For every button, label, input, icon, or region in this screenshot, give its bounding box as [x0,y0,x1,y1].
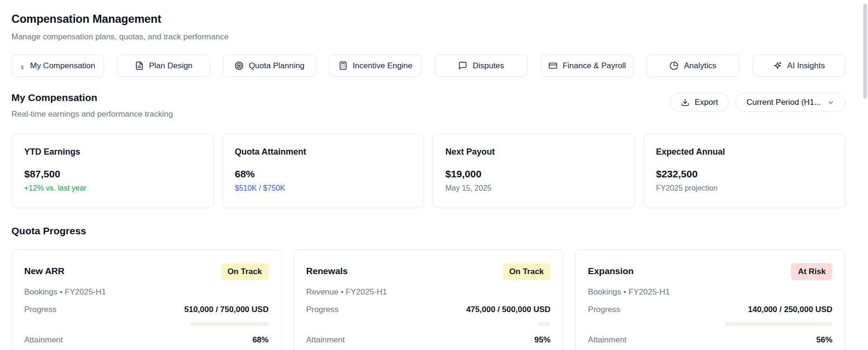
main-tabbar: My Compensation Plan Design Quota Planni… [11,55,845,77]
message-square-icon [458,61,467,70]
status-badge: On Track [503,263,551,280]
stat-value: $232,500 [656,168,833,180]
quota-meta: Revenue • FY2025-H1 [306,287,551,297]
progress-value: 510,000 / 750,000 USD [184,305,269,314]
stat-value: $87,500 [24,168,201,180]
stat-card-quota-attainment: Quota Attainment 68% $510K / $750K [222,134,425,208]
progress-value: 475,000 / 500,000 USD [466,305,551,314]
compensation-management-page: Compensation Management Manage compensat… [0,0,857,350]
export-label: Export [695,98,718,107]
stat-cards: YTD Earnings $87,500 +12% vs. last year … [11,134,845,208]
tab-label: My Compensation [30,61,95,71]
tab-ai-insights[interactable]: AI Insights [753,55,845,77]
progress-bar [306,322,551,326]
tab-label: Plan Design [149,61,193,71]
tab-analytics[interactable]: Analytics [647,55,739,77]
stat-subtext: FY2025 projection [656,184,833,193]
page-subtitle: Manage compensation plans, quotas, and t… [11,32,845,42]
file-text-icon [135,61,144,70]
stat-value: $19,000 [445,168,622,180]
tab-disputes[interactable]: Disputes [435,55,528,77]
tab-label: Quota Planning [249,61,304,71]
progress-label: Progress [588,305,620,314]
section-subtitle: Real-time earnings and performance track… [11,110,173,119]
progress-label: Progress [24,305,57,314]
stat-label: YTD Earnings [24,147,201,157]
section-header: My Compensation Real-time earnings and p… [11,92,845,119]
stat-label: Next Payout [445,147,622,157]
quota-card-new-arr: New ARR On Track Bookings • FY2025-H1 Pr… [11,249,282,350]
attainment-label: Attainment [24,335,63,345]
progress-label: Progress [306,305,339,314]
calculator-icon [339,61,348,70]
sparkles-icon [773,61,782,70]
progress-bar-remaining [725,322,832,326]
quota-progress-title: Quota Progress [11,225,845,237]
tab-label: AI Insights [787,61,825,71]
chevron-down-icon [827,99,834,106]
status-badge: On Track [221,263,269,280]
stat-card-ytd-earnings: YTD Earnings $87,500 +12% vs. last year [11,134,214,208]
tab-label: Analytics [684,61,716,71]
tab-label: Finance & Payroll [563,61,626,71]
section-title: My Compensation [11,92,173,103]
attainment-value: 95% [534,335,550,345]
attainment-label: Attainment [588,335,626,345]
quota-name: Expansion [588,263,633,276]
stat-label: Expected Annual [656,147,833,157]
vertical-scrollbar[interactable] [863,4,867,99]
tab-label: Incentive Engine [353,61,413,71]
progress-bar [588,322,832,326]
credit-card-icon [548,61,557,70]
stat-value: 68% [235,168,412,180]
export-button[interactable]: Export [670,93,729,112]
quota-name: New ARR [24,263,65,276]
pie-chart-icon [670,61,679,70]
section-actions: Export Current Period (H1... [670,93,845,112]
attainment-label: Attainment [306,335,345,345]
attainment-value: 68% [253,335,269,345]
tab-incentive-engine[interactable]: Incentive Engine [329,55,422,77]
tab-my-compensation[interactable]: My Compensation [11,55,104,77]
progress-bar-remaining [538,322,551,326]
stat-card-expected-annual: Expected Annual $232,500 FY2025 projecti… [643,134,846,208]
attainment-value: 56% [816,335,832,345]
stat-label: Quota Attainment [235,147,412,157]
stat-subtext: May 15, 2025 [445,184,622,193]
download-icon [681,98,689,107]
page-title: Compensation Management [11,12,845,26]
period-label: Current Period (H1... [746,98,821,107]
tab-finance-payroll[interactable]: Finance & Payroll [541,55,633,77]
quota-meta: Bookings • FY2025-H1 [24,287,269,297]
tab-quota-planning[interactable]: Quota Planning [223,55,316,77]
tab-label: Disputes [472,61,504,71]
quota-card-renewals: Renewals On Track Revenue • FY2025-H1 Pr… [293,249,564,350]
status-badge: At Risk [791,263,832,280]
quota-name: Renewals [306,263,348,276]
progress-value: 140,000 / 250,000 USD [748,305,832,314]
quota-cards: New ARR On Track Bookings • FY2025-H1 Pr… [11,249,845,350]
stat-subtext: $510K / $750K [235,184,412,193]
stat-subtext: +12% vs. last year [24,184,201,193]
progress-bar [24,322,269,326]
period-select[interactable]: Current Period (H1... [736,93,845,112]
quota-card-expansion: Expansion At Risk Bookings • FY2025-H1 P… [575,249,845,350]
quota-meta: Bookings • FY2025-H1 [588,287,832,297]
dollar-sign-icon [20,65,25,70]
target-icon [235,61,244,70]
progress-bar-remaining [190,322,269,326]
tab-plan-design[interactable]: Plan Design [117,55,210,77]
stat-card-next-payout: Next Payout $19,000 May 15, 2025 [433,134,635,208]
